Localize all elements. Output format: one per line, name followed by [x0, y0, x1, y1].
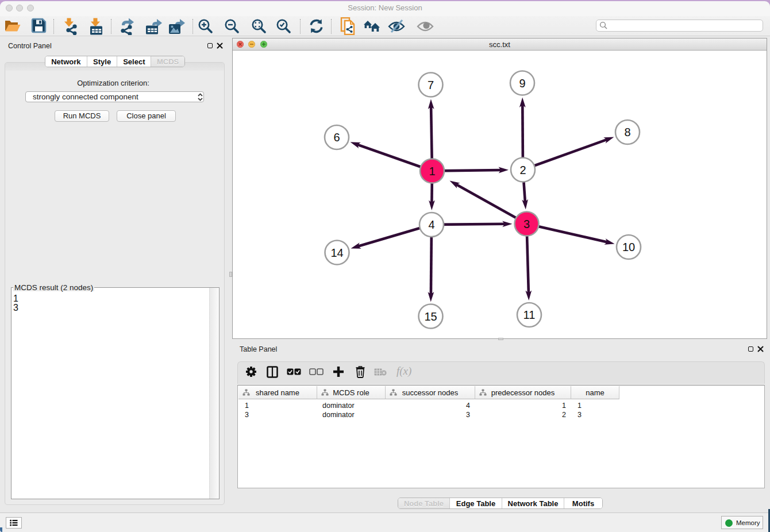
svg-text:9: 9 [519, 77, 525, 90]
svg-text:3: 3 [523, 218, 530, 230]
svg-text:14: 14 [330, 246, 343, 259]
svg-text:8: 8 [624, 126, 630, 138]
svg-text:7: 7 [428, 79, 434, 91]
svg-text:2: 2 [519, 164, 526, 176]
svg-text:15: 15 [424, 310, 437, 323]
svg-text:1: 1 [429, 165, 435, 178]
svg-text:10: 10 [622, 241, 635, 253]
svg-text:6: 6 [333, 131, 340, 144]
svg-text:11: 11 [523, 309, 536, 321]
svg-text:4: 4 [428, 218, 434, 231]
